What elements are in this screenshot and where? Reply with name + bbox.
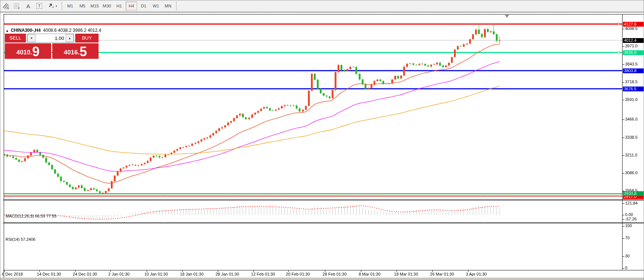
volume-input[interactable] [36, 34, 66, 42]
collapse-panel-arrow[interactable]: ▲ [6, 29, 9, 33]
timeframe-button-h1[interactable]: H1 [113, 1, 125, 10]
timeframe-button-m30[interactable]: M30 [101, 1, 113, 10]
svg-text:E: E [7, 7, 9, 10]
macd-axis-tick: 121.84 [625, 201, 638, 205]
svg-text:F: F [18, 7, 20, 10]
time-axis-label: 3 Apr 01:30 [466, 272, 487, 276]
macd-axis-tick: -57.26 [625, 217, 637, 221]
chart-window: ▲CHINA300-,H4 4008.6 4038.2 3986.2 4012.… [0, 13, 644, 280]
price-axis-tick: 3971.0 [625, 44, 638, 48]
time-axis-label: 24 Dec 01:30 [73, 272, 97, 276]
toolbar: E F A T ▾ M1M5M15M30H1H4D1W1MN [0, 0, 644, 11]
arrows-icon[interactable]: ▾ [45, 1, 60, 10]
volume-decrease-button[interactable]: ▼ [27, 34, 36, 42]
price-axis-tick: 3338.5 [625, 135, 638, 139]
timeframe-button-w1[interactable]: W1 [150, 1, 162, 10]
one-click-trade-panel: SELL ▼ ▲ BUY 4010.9 4016.5 [5, 34, 99, 59]
buy-price[interactable]: 4016.5 [52, 43, 99, 59]
time-axis-label: 28 Jan 01:30 [216, 272, 239, 276]
window-bottom-edge [0, 278, 644, 280]
volume-spinner: ▼ ▲ [27, 34, 74, 43]
fibonacci-icon[interactable]: F [11, 1, 23, 10]
price-axis-tick: 3086.0 [625, 171, 638, 175]
time-axis-label: 8 Mar 01:30 [359, 272, 381, 276]
rsi-indicator-label: RSI(14) 57.2406 [6, 237, 36, 242]
timeframe-button-mn[interactable]: MN [162, 1, 174, 10]
timeframe-button-h4[interactable]: H4 [126, 1, 137, 10]
time-axis-label: 12 Feb 01:30 [251, 272, 275, 276]
timeframe-button-m15[interactable]: M15 [89, 1, 100, 10]
buy-price-main: 4016 [64, 47, 78, 58]
timeframe-button-d1[interactable]: D1 [138, 1, 149, 10]
text-icon[interactable]: A [23, 1, 34, 10]
rsi-axis-tick: 70 [625, 236, 630, 240]
time-axis-label: 14 Dec 01:30 [37, 272, 61, 276]
timeframe-button-m1[interactable]: M1 [64, 1, 76, 10]
price-axis-tick: 4098.5 [625, 26, 638, 31]
timeframe-bar: M1M5M15M30H1H4D1W1MN [64, 1, 174, 10]
price-axis-badge: 3676.5 [623, 87, 644, 91]
price-axis-badge: 4012.4 [623, 38, 644, 43]
buy-price-pip: 5 [80, 45, 87, 58]
quote-header: ▲CHINA300-,H4 4008.6 4038.2 3986.2 4012.… [6, 28, 101, 33]
sell-price-pip: 9 [32, 45, 40, 58]
macd-axis-tick: 0.00 [625, 212, 633, 217]
toolbar-separator [176, 2, 177, 10]
price-axis-badge: 4127.6 [623, 22, 644, 27]
time-axis-label: 26 Mar 01:30 [430, 272, 454, 276]
time-axis-label: 20 Feb 01:30 [286, 272, 310, 276]
macd-indicator-label: MACD(12,26,9) 66.59 77.55 [6, 214, 57, 218]
price-axis-badge: 3926.0 [623, 50, 644, 55]
text-label-icon[interactable]: T [34, 1, 45, 10]
symbol-name: CHINA300-,H4 [11, 28, 41, 33]
time-axis-label: 28 Feb 01:30 [323, 272, 347, 276]
price-axis-tick: 3211.0 [625, 153, 637, 157]
price-axis-tick: 3718.5 [625, 80, 638, 84]
buy-button[interactable]: BUY [75, 34, 99, 43]
mt4-window: E F A T ▾ M1M5M15M30H1H4D1W1MN [0, 0, 644, 280]
sell-price[interactable]: 4010.9 [5, 43, 51, 59]
price-axis-tick: 3466.0 [625, 117, 638, 121]
sell-price-main: 4010 [16, 47, 30, 58]
sell-button[interactable]: SELL [5, 34, 26, 43]
time-axis-label: 6 Dec 2018 [2, 272, 23, 276]
toolbar-separator [62, 2, 62, 10]
price-axis-badge: 2933.8 [623, 191, 644, 196]
time-axis-label: 18 Jan 01:30 [180, 272, 204, 276]
equidistant-channel-icon[interactable]: E [0, 1, 11, 10]
ohlc-values: 4008.6 4038.2 3986.2 4012.4 [43, 28, 101, 33]
price-axis-badge: 3803.8 [623, 68, 644, 73]
time-axis-label: 18 Mar 01:30 [394, 272, 418, 276]
price-axis-tick: 3843.5 [625, 62, 638, 66]
time-axis-label: 10 Jan 01:30 [145, 272, 168, 276]
rsi-axis-tick: 30 [625, 254, 630, 258]
time-axis-label: 2 Jan 01:30 [108, 272, 130, 276]
rsi-axis-tick: 100 [625, 223, 632, 228]
chevron-down-icon: ▾ [56, 4, 57, 8]
price-axis-tick: 3591.0 [625, 97, 638, 102]
volume-increase-button[interactable]: ▲ [66, 34, 74, 42]
timeframe-button-m5[interactable]: M5 [77, 1, 88, 10]
rsi-axis-tick: 0 [625, 266, 627, 270]
